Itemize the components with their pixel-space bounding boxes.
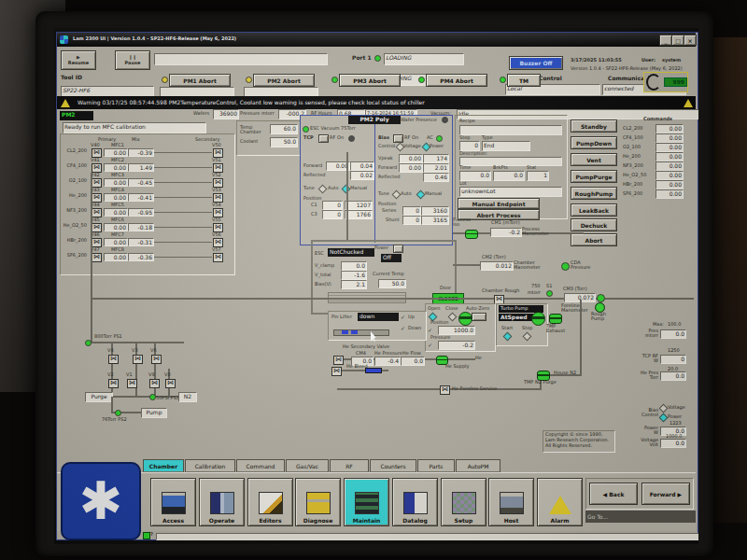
gas-valve-icon[interactable]: ⋈: [213, 253, 223, 262]
mfc-cmd-field[interactable]: 0.00: [104, 223, 128, 231]
manual-endpoint-button[interactable]: Manual Endpoint: [458, 198, 540, 209]
nav-maintain-button[interactable]: Maintain: [344, 478, 389, 526]
gate-autozero-button[interactable]: [472, 313, 486, 321]
dechuck-button[interactable]: Dechuck: [571, 218, 617, 231]
pm2-tab[interactable]: PM2: [60, 111, 93, 120]
v1-valve[interactable]: ⋈: [127, 379, 137, 388]
coolant-field[interactable]: 50.0: [270, 137, 298, 147]
he-foreline-valve[interactable]: ⋈: [440, 385, 450, 395]
mfc-cmd-field[interactable]: 0.00: [104, 238, 128, 246]
help-icon[interactable]: ?: [150, 532, 153, 537]
forward-button[interactable]: Forward ▶: [641, 483, 690, 505]
he-bleed-valve[interactable]: ⋈: [331, 367, 342, 376]
mfc-cmd-field[interactable]: 0.00: [104, 208, 128, 217]
nav-editors-button[interactable]: Editors: [247, 478, 293, 526]
standby-button[interactable]: Standby: [571, 119, 617, 133]
tab-counters[interactable]: Counters: [370, 459, 416, 472]
gate-valve-icon[interactable]: [458, 312, 472, 326]
pin-up-check[interactable]: ✓: [401, 314, 405, 320]
leakback-button[interactable]: LeakBack: [571, 203, 617, 217]
mfc-cmd-field[interactable]: 0.00: [104, 178, 128, 187]
bias-voltage-radio[interactable]: [659, 404, 669, 413]
back-button[interactable]: ◀ Back: [589, 483, 638, 505]
turbo-iso-valve[interactable]: [531, 312, 545, 326]
cmd-gas-field[interactable]: 0.00: [655, 189, 684, 199]
shunt-cmd-field[interactable]: 0: [402, 216, 421, 225]
nav-access-button[interactable]: Access: [150, 478, 196, 526]
resume-button[interactable]: ▶ Resume: [61, 50, 96, 70]
goto-dropdown[interactable]: Go To...: [585, 511, 696, 523]
mfc-cmd-field[interactable]: 0.00: [104, 163, 128, 172]
v9-valve[interactable]: ⋈: [149, 379, 160, 388]
pumppurge-button[interactable]: PumpPurge: [571, 170, 617, 183]
close-button[interactable]: ×: [684, 35, 697, 46]
cmd-gas-field[interactable]: 0.00: [655, 171, 684, 180]
pin-lifter-slider[interactable]: [333, 329, 389, 336]
v8-valve[interactable]: ⋈: [165, 379, 176, 388]
cmd-gas-field[interactable]: 0.00: [655, 180, 684, 189]
v4-valve[interactable]: ⋈: [108, 355, 119, 364]
gas-valve-icon[interactable]: ⋈: [92, 253, 102, 262]
tab-chamber[interactable]: Chamber: [143, 459, 184, 472]
tcp-c3-cmd-field[interactable]: 0: [322, 210, 343, 219]
v3-valve[interactable]: ⋈: [133, 355, 143, 364]
pm2-abort-button[interactable]: PM2 Abort: [253, 74, 315, 87]
cmd-gas-field[interactable]: 0.00: [655, 152, 684, 161]
tm-button[interactable]: TM: [507, 74, 541, 87]
vpeak-cmd-field[interactable]: 0.00: [399, 154, 423, 163]
tab-autopm[interactable]: AutoPM: [456, 459, 500, 472]
tab-rf[interactable]: RF: [330, 459, 369, 472]
gate-pressure-field[interactable]: -0.2: [438, 341, 475, 350]
he-bleed-slider[interactable]: [365, 368, 382, 373]
gate-pressure-check[interactable]: ✓: [428, 342, 432, 348]
cmd-gas-field[interactable]: 0.00: [655, 133, 684, 143]
nav-host-button[interactable]: Host: [488, 478, 534, 526]
process-iso-valve[interactable]: [465, 230, 478, 239]
tcp-rf-box[interactable]: [318, 134, 329, 143]
pin-down-check[interactable]: ✓: [401, 325, 405, 331]
tab-command[interactable]: Command: [236, 459, 285, 472]
tcp-c1-cmd-field[interactable]: 0: [322, 201, 343, 210]
cmd-gas-label: He_O2_50: [623, 173, 646, 177]
bias-rf-box[interactable]: [393, 134, 403, 143]
minimize-button[interactable]: _: [659, 35, 672, 46]
pm1-abort-button[interactable]: PM1 Abort: [169, 74, 231, 87]
roughpump-button[interactable]: RoughPump: [571, 187, 617, 200]
gate-position-check[interactable]: ✓: [428, 327, 432, 333]
pumpdown-button[interactable]: PumpDown: [571, 136, 617, 149]
vpeak-label: Vpeak: [378, 156, 393, 161]
buzzer-off-button[interactable]: Buzzer Off: [509, 56, 563, 70]
mfc-cmd-field[interactable]: 0.00: [104, 193, 128, 202]
v2-valve[interactable]: ⋈: [108, 379, 119, 388]
mfc-cmd-field[interactable]: 0.00: [104, 148, 128, 157]
nav-setup-button[interactable]: Setup: [441, 478, 486, 526]
slider-handle[interactable]: [342, 330, 348, 334]
vent-button[interactable]: Vent: [571, 153, 617, 166]
bias-power-radio[interactable]: [659, 413, 669, 423]
cmd-gas-field[interactable]: 0.00: [655, 143, 684, 152]
system-tray-icon[interactable]: [143, 532, 150, 539]
pm3-abort-button[interactable]: PM3 Abort: [339, 74, 401, 87]
mfc-cmd-field[interactable]: 0.00: [104, 253, 128, 261]
slider-handle[interactable]: [351, 330, 358, 334]
abort-button[interactable]: Abort: [571, 233, 617, 246]
cmd-gas-field[interactable]: 0.00: [655, 161, 684, 171]
tab-gas-vac[interactable]: Gas/Vac: [286, 459, 329, 472]
temp-field-1[interactable]: 60.0: [270, 124, 298, 134]
maximize-button[interactable]: □: [671, 35, 684, 46]
nav-datalog-button[interactable]: Datalog: [392, 478, 438, 526]
esc-power-box[interactable]: [393, 245, 403, 253]
he-secondary-valve[interactable]: ⋈: [333, 356, 344, 365]
nav-alarm-button[interactable]: Alarm: [537, 478, 583, 526]
nav-diagnose-button[interactable]: Diagnose: [295, 478, 341, 526]
cmd-gas-field[interactable]: 0.00: [655, 124, 684, 133]
bias-forward-cmd-field[interactable]: 0.00: [399, 163, 423, 173]
series-cmd-field[interactable]: 0: [402, 206, 421, 216]
tab-parts[interactable]: Parts: [417, 459, 455, 472]
pm4-abort-button[interactable]: PM4 Abort: [426, 74, 487, 87]
pause-button[interactable]: ❙❙ Pause: [115, 50, 150, 70]
tab-calibration[interactable]: Calibration: [185, 459, 235, 472]
nav-operate-button[interactable]: Operate: [199, 478, 245, 526]
bias-forward-field: 2.01: [423, 163, 449, 173]
v6-valve[interactable]: ⋈: [151, 355, 162, 364]
